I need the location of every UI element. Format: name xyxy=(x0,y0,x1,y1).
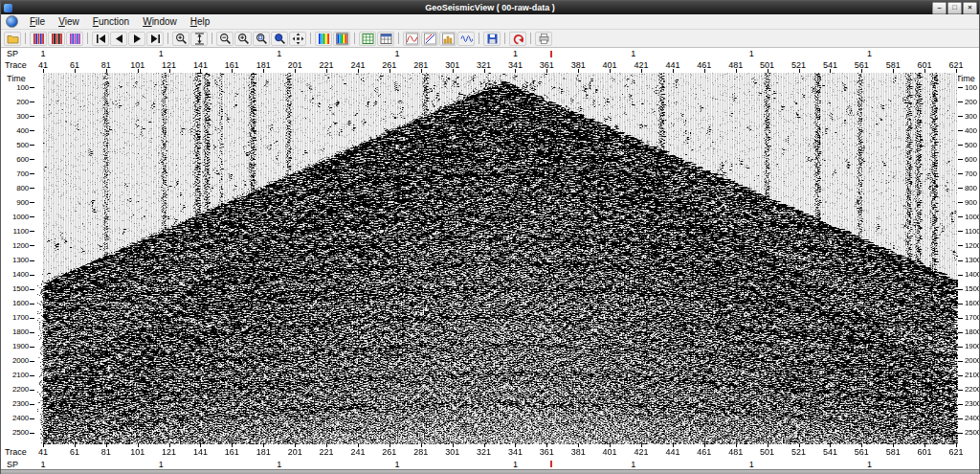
sp-number-bottom: 1 xyxy=(629,460,638,469)
trace-number-bottom: 281 xyxy=(409,447,434,457)
trace-tick-bottom xyxy=(610,443,611,447)
time-label-left: 600 xyxy=(2,155,29,164)
trace-tick-bottom xyxy=(924,443,925,447)
toolbar-separator xyxy=(310,33,311,44)
wave-button[interactable] xyxy=(457,32,475,46)
time-tick-right xyxy=(958,390,963,391)
time-tick-left xyxy=(30,404,34,405)
grid-icon xyxy=(362,33,374,45)
menu-item-view[interactable]: View xyxy=(52,14,86,29)
trace-tick-top xyxy=(358,69,359,73)
trace-number-bottom: 541 xyxy=(817,447,842,457)
seis-va-button[interactable] xyxy=(48,32,65,46)
trace-tick-top xyxy=(893,69,894,73)
trace-tick-top xyxy=(106,69,107,73)
trace-tick-top xyxy=(673,69,674,73)
prev-button[interactable] xyxy=(110,32,127,46)
seis-vd-button[interactable] xyxy=(66,32,83,46)
time-label-right: 1600 xyxy=(965,299,979,307)
last-button[interactable] xyxy=(146,32,164,46)
time-tick-right xyxy=(958,318,963,319)
time-label-left: 100 xyxy=(2,83,29,92)
time-tick-left xyxy=(30,231,34,232)
time-tick-right xyxy=(958,87,963,88)
zoom-out-icon xyxy=(219,33,232,45)
toolbar-separator xyxy=(87,33,88,44)
open-button[interactable] xyxy=(4,32,21,46)
trace-tick-top xyxy=(546,69,547,73)
grid-button[interactable] xyxy=(359,32,376,46)
fit-page-button[interactable] xyxy=(289,32,306,46)
trace-tick-bottom xyxy=(673,443,674,447)
trace-tick-bottom xyxy=(956,443,957,447)
print-button[interactable] xyxy=(535,32,552,46)
zoom-window-button[interactable] xyxy=(253,32,270,46)
seis-wiggle-button[interactable] xyxy=(30,32,47,46)
zoom-in-icon xyxy=(237,33,250,45)
palette-button[interactable] xyxy=(333,32,350,46)
table-button[interactable] xyxy=(377,32,394,46)
zoom-out-button[interactable] xyxy=(216,32,234,46)
seismic-canvas[interactable] xyxy=(33,73,958,444)
menu-item-function[interactable]: Function xyxy=(86,14,136,29)
time-label-right: 300 xyxy=(965,112,977,121)
trace-tick-bottom xyxy=(453,443,454,447)
trace-tick-bottom xyxy=(43,443,44,447)
time-tick-left xyxy=(30,159,34,160)
trace-number-bottom: 461 xyxy=(692,447,717,457)
time-tick-left xyxy=(30,260,34,261)
time-label-left: 1500 xyxy=(2,284,29,293)
print-icon xyxy=(538,33,550,45)
colorbar-icon xyxy=(318,33,330,45)
close-button[interactable]: × xyxy=(963,2,977,14)
zoom-in-button[interactable] xyxy=(234,32,252,46)
viewport: SP Trace Time Time Trace SP 414161618181… xyxy=(1,48,979,469)
zoom-full-icon xyxy=(274,33,286,45)
time-label-left: 1000 xyxy=(2,213,29,221)
time-tick-left xyxy=(30,245,34,246)
trace-number-bottom: 401 xyxy=(597,447,622,457)
first-button[interactable] xyxy=(92,32,109,46)
maximize-button[interactable]: □ xyxy=(947,2,962,14)
trace-number-bottom: 261 xyxy=(377,447,402,457)
menu-item-window[interactable]: Window xyxy=(136,14,184,29)
zoom-vertical-button[interactable] xyxy=(172,32,189,46)
histogram-icon xyxy=(442,33,455,45)
velocity-button[interactable] xyxy=(421,32,438,46)
time-label-right: 2300 xyxy=(965,399,979,408)
time-label-left: 1300 xyxy=(2,256,29,264)
spectrum-button[interactable] xyxy=(403,32,420,46)
trace-tick-bottom xyxy=(704,443,705,447)
time-tick-left xyxy=(30,216,34,217)
save-button[interactable] xyxy=(483,32,501,46)
undo-button[interactable] xyxy=(509,32,526,46)
fit-height-button[interactable] xyxy=(190,32,208,46)
time-tick-right xyxy=(958,188,963,189)
sp-number-top: 1 xyxy=(392,49,402,58)
trace-number-bottom: 221 xyxy=(314,447,339,457)
time-label-left: 2200 xyxy=(2,385,29,394)
first-icon xyxy=(95,33,107,45)
time-tick-right xyxy=(958,202,963,203)
trace-tick-bottom xyxy=(263,443,264,447)
wave-icon xyxy=(460,33,473,45)
time-label-left: 1800 xyxy=(2,327,29,336)
trace-tick-bottom xyxy=(546,443,547,447)
menu-item-file[interactable]: File xyxy=(23,14,52,29)
titlebar[interactable]: GeoSeismicView ( 00-raw-data ) –□× xyxy=(1,1,979,14)
menu-item-help[interactable]: Help xyxy=(184,14,217,29)
spectrum-icon xyxy=(406,33,418,45)
time-tick-right xyxy=(958,145,963,146)
sp-bottom-label: SP xyxy=(7,460,18,469)
trace-tick-top xyxy=(515,69,516,73)
time-right-label: Time xyxy=(956,74,975,83)
sp-number-bottom: 1 xyxy=(510,460,520,469)
time-tick-left xyxy=(30,87,34,88)
toolbar-separator xyxy=(530,33,531,44)
minimize-button[interactable]: – xyxy=(932,2,947,14)
zoom-full-button[interactable] xyxy=(271,32,288,46)
window-controls: –□× xyxy=(932,2,977,14)
histogram-button[interactable] xyxy=(439,32,457,46)
colorbar-button[interactable] xyxy=(315,32,332,46)
next-button[interactable] xyxy=(128,32,145,46)
